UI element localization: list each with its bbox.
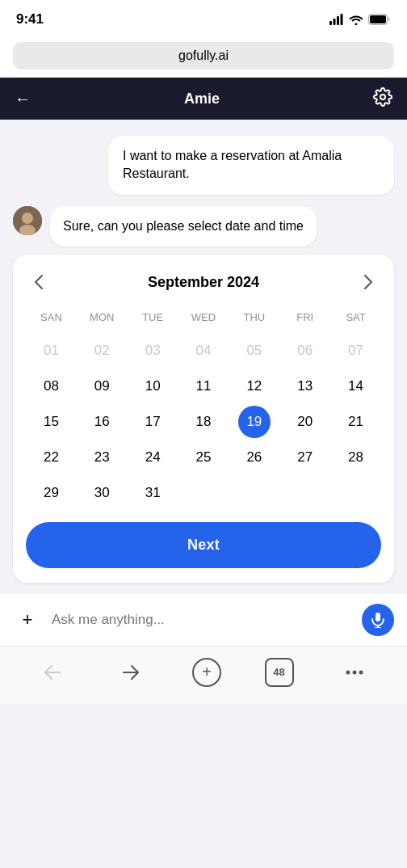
calendar-day[interactable]: 23 — [91, 441, 113, 474]
day-cell-wrapper: 23 — [77, 440, 128, 475]
weekday-thu: THU — [229, 308, 279, 327]
avatar-image — [13, 206, 42, 235]
calendar-day[interactable]: 22 — [40, 441, 62, 474]
calendar-day[interactable]: 05 — [243, 335, 265, 367]
calendar-day[interactable]: 14 — [345, 370, 367, 402]
day-cell-wrapper: 24 — [128, 440, 178, 475]
calendar-day[interactable]: 10 — [142, 370, 164, 402]
day-cell-wrapper: 16 — [77, 404, 128, 440]
settings-button[interactable] — [373, 87, 392, 111]
calendar-days: 0102030405060708091011121314151617181920… — [26, 333, 381, 511]
voice-button[interactable] — [362, 604, 394, 636]
svg-rect-5 — [370, 15, 386, 23]
day-cell-wrapper: 13 — [279, 369, 330, 404]
calendar-day[interactable]: 03 — [142, 335, 164, 367]
calendar-day[interactable]: 15 — [40, 406, 62, 438]
svg-rect-0 — [329, 21, 332, 25]
add-button[interactable]: + — [13, 605, 42, 634]
day-cell-wrapper: 20 — [279, 404, 330, 440]
settings-icon — [373, 87, 392, 107]
svg-rect-10 — [376, 613, 380, 622]
calendar-grid: SAN MON TUE WED THU FRI SAT 010203040506… — [26, 308, 381, 511]
more-button[interactable] — [337, 655, 372, 690]
browser-forward-button[interactable] — [113, 655, 149, 690]
day-cell-wrapper: 28 — [330, 440, 381, 475]
tabs-button[interactable]: 48 — [265, 658, 294, 687]
calendar-day[interactable]: 24 — [142, 441, 164, 474]
day-cell-wrapper: 27 — [279, 440, 330, 475]
day-cell-wrapper — [178, 475, 229, 511]
day-cell-wrapper: 21 — [330, 404, 381, 440]
calendar-day[interactable]: 27 — [294, 441, 316, 474]
calendar-day[interactable]: 20 — [294, 406, 316, 438]
day-cell-wrapper: 29 — [26, 475, 77, 511]
day-cell-wrapper: 15 — [26, 404, 77, 440]
day-cell-wrapper: 04 — [178, 333, 229, 369]
bottom-input-area: + — [0, 594, 407, 646]
signal-icon — [329, 14, 344, 25]
calendar-card: September 2024 SAN MON TUE WED THU FRI S… — [13, 255, 394, 583]
chat-input[interactable] — [52, 612, 352, 628]
calendar-day[interactable]: 21 — [345, 406, 367, 438]
svg-point-14 — [353, 670, 357, 674]
new-tab-button[interactable]: + — [192, 658, 221, 687]
calendar-header: September 2024 — [26, 269, 381, 295]
calendar-day[interactable]: 04 — [193, 335, 215, 367]
calendar-day[interactable]: 17 — [142, 406, 164, 438]
calendar-day[interactable]: 31 — [142, 477, 164, 509]
calendar-weekdays: SAN MON TUE WED THU FRI SAT — [26, 308, 381, 327]
prev-month-button[interactable] — [26, 269, 52, 295]
calendar-day[interactable]: 08 — [40, 370, 62, 402]
calendar-day[interactable]: 25 — [193, 441, 215, 474]
svg-rect-3 — [341, 14, 343, 25]
calendar-day[interactable]: 28 — [345, 441, 367, 474]
day-cell-wrapper: 25 — [178, 440, 229, 475]
weekday-wed: WED — [178, 308, 229, 327]
day-cell-wrapper: 11 — [178, 369, 229, 404]
calendar-day[interactable]: 26 — [243, 441, 265, 474]
chat-area: I want to make a reservation at Amalia R… — [0, 120, 407, 255]
calendar-day[interactable]: 30 — [91, 477, 113, 509]
status-time: 9:41 — [16, 11, 44, 27]
day-cell-wrapper — [330, 475, 381, 511]
user-message-wrapper: I want to make a reservation at Amalia R… — [13, 136, 394, 195]
nav-title: Amie — [184, 91, 220, 107]
day-cell-wrapper: 01 — [26, 333, 77, 369]
day-cell-wrapper: 18 — [178, 404, 229, 440]
day-cell-wrapper: 10 — [128, 369, 178, 404]
url-bar[interactable]: gofully.ai — [13, 42, 394, 70]
day-cell-wrapper — [229, 475, 279, 511]
calendar-day[interactable]: 12 — [243, 370, 265, 402]
user-message: I want to make a reservation at Amalia R… — [108, 136, 394, 195]
back-button[interactable]: ← — [15, 90, 31, 108]
svg-rect-1 — [334, 19, 336, 25]
svg-point-13 — [346, 670, 350, 674]
next-month-button[interactable] — [355, 269, 381, 295]
svg-point-6 — [380, 95, 385, 99]
calendar-day[interactable]: 18 — [193, 406, 215, 438]
browser-nav: + 48 — [0, 646, 407, 704]
calendar-day[interactable]: 19 — [238, 406, 271, 438]
calendar-day[interactable]: 01 — [40, 335, 62, 367]
day-cell-wrapper — [279, 475, 330, 511]
nav-bar: ← Amie — [0, 78, 407, 120]
calendar-month-title: September 2024 — [148, 274, 259, 291]
calendar-day[interactable]: 29 — [40, 477, 62, 509]
status-icons — [329, 14, 391, 25]
weekday-sat: SAT — [330, 308, 381, 327]
next-button[interactable]: Next — [26, 522, 381, 568]
calendar-day[interactable]: 06 — [294, 335, 316, 367]
calendar-day[interactable]: 16 — [91, 406, 113, 438]
calendar-day[interactable]: 11 — [193, 370, 215, 402]
calendar-day[interactable]: 07 — [345, 335, 367, 367]
day-cell-wrapper: 31 — [128, 475, 178, 511]
day-cell-wrapper: 07 — [330, 333, 381, 369]
calendar-day[interactable]: 02 — [91, 335, 113, 367]
browser-back-button[interactable] — [35, 655, 70, 690]
day-cell-wrapper: 09 — [77, 369, 128, 404]
day-cell-wrapper: 06 — [279, 333, 330, 369]
calendar-day[interactable]: 13 — [294, 370, 316, 402]
bot-message-wrapper: Sure, can you please select date and tim… — [13, 206, 394, 246]
calendar-day[interactable]: 09 — [91, 370, 113, 402]
day-cell-wrapper: 19 — [229, 404, 279, 440]
